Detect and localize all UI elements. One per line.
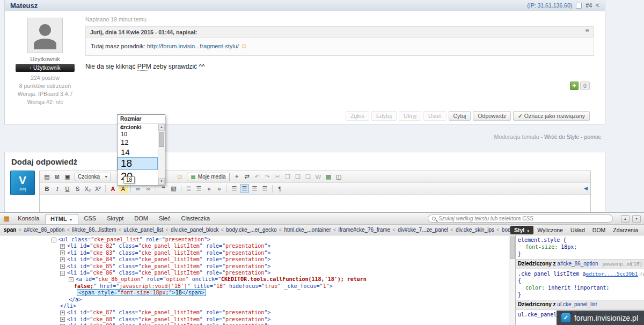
tree-scrollbar-thumb[interactable] (510, 237, 515, 259)
breadcrumb-node-1[interactable]: a#cke_86_option (22, 226, 66, 233)
tree-line-4[interactable]: +<li id="cke_85" class="cke_panel_listIt… (0, 263, 509, 270)
bold-icon[interactable]: B (42, 184, 52, 193)
paste-word-icon[interactable]: W (314, 172, 323, 181)
devtools-tab-css[interactable]: CSS (79, 214, 101, 223)
share-icon[interactable]: < (596, 2, 599, 9)
align-right-icon[interactable]: ☰ (250, 184, 259, 193)
moderation-menu[interactable]: Moderacja tematu (494, 134, 539, 140)
emoticon-icon[interactable]: ☺ (175, 172, 184, 181)
css-file-link[interactable]: editor....5cc39b1 (586, 271, 638, 278)
indent-icon[interactable]: » (215, 184, 224, 193)
preview-icon[interactable]: ◫ (334, 172, 343, 181)
find-icon[interactable]: ⌖ (232, 172, 241, 181)
spoiler-icon[interactable]: ▧ (169, 184, 178, 193)
css-property-color[interactable]: color: inherit !important; (518, 285, 642, 292)
font-size-option-10[interactable]: 10 (118, 130, 158, 138)
side-tab-zdarzenia[interactable]: Zdarzenia (609, 226, 642, 234)
side-tab-układ[interactable]: Układ (567, 226, 589, 234)
panel-up-button[interactable]: ▲ (621, 215, 630, 223)
dropdown-scrollbar[interactable]: ▲ ▼ (158, 124, 165, 185)
devtools-tab-sieć[interactable]: Sieć (154, 214, 175, 223)
post-action-0[interactable]: Cytuj (449, 111, 471, 121)
tree-line-5[interactable]: -<li id="cke_86" class="cke_panel_listIt… (0, 270, 509, 276)
tree-line-11[interactable]: +<li id="cke_87" class="cke_panel_listIt… (0, 309, 509, 316)
scrollbar-thumb[interactable] (159, 132, 164, 147)
quote-link[interactable]: http://forum.invisio...fragment-stylu/ (147, 43, 239, 49)
justify-icon[interactable]: ☰ (260, 184, 269, 193)
breadcrumb-node-9[interactable]: div.cke_skin_ips (454, 226, 496, 233)
panel-down-button[interactable]: ▼ (632, 215, 641, 223)
breadcrumb-node-3[interactable]: ul.cke_panel_list (122, 226, 165, 233)
post-action-muted-0[interactable]: Zgłoś (346, 111, 369, 121)
tree-line-3[interactable]: +<li id="cke_84" class="cke_panel_listIt… (0, 256, 509, 263)
editor-text-area[interactable] (40, 195, 590, 212)
redo-icon[interactable]: ↷ (263, 172, 272, 181)
tree-line-2[interactable]: +<li id="cke_83" class="cke_panel_listIt… (0, 250, 509, 256)
tree-expander[interactable]: + (60, 311, 65, 315)
tree-expander[interactable]: + (60, 244, 65, 249)
outdent-icon[interactable]: « (204, 184, 214, 193)
inherited-from-link[interactable]: ul.cke_panel_list (557, 301, 597, 308)
acronym-ppm[interactable]: PPM (137, 63, 151, 71)
tree-expander[interactable]: + (60, 257, 65, 262)
breadcrumb-node-6[interactable]: html.cke_...ontainer (282, 226, 332, 233)
image-icon[interactable]: ▩ (324, 172, 333, 181)
align-center-icon[interactable]: ☰ (240, 184, 249, 193)
bullet-list-icon[interactable]: ☰ (194, 184, 203, 193)
rep-up-button[interactable]: + (570, 82, 579, 90)
font-size-option-8[interactable]: 8 (118, 124, 158, 130)
text-color-icon[interactable]: A (108, 184, 118, 193)
devtools-search-input[interactable] (438, 216, 609, 221)
tree-line-12[interactable]: +<li id="cke_88" class="cke_panel_listIt… (0, 316, 509, 323)
devtools-tab-dom[interactable]: DOM (129, 214, 153, 223)
devtools-tab-ciasteczka[interactable]: Ciasteczka (176, 214, 215, 223)
align-left-icon[interactable]: ☰ (230, 184, 239, 193)
post-select-checkbox[interactable] (576, 3, 582, 9)
post-action-muted-1[interactable]: Edytuj (371, 111, 397, 121)
scroll-up-icon[interactable]: ▲ (158, 124, 165, 131)
replace-icon[interactable]: ⇄ (243, 172, 252, 181)
tree-expander[interactable]: + (60, 250, 65, 255)
underline-icon[interactable]: U (63, 184, 72, 193)
post-action-1[interactable]: Odpowiedz (473, 111, 511, 121)
side-tab-styl[interactable]: Styl▼ (510, 226, 533, 234)
post-action-muted-3[interactable]: Usuń (423, 111, 447, 121)
scroll-down-icon[interactable]: ▼ (158, 178, 165, 185)
side-tab-wyliczone[interactable]: Wyliczone (533, 226, 567, 234)
cut-icon[interactable]: ✂ (273, 172, 282, 181)
tree-expander[interactable]: + (60, 264, 65, 269)
strike-icon[interactable]: S (73, 184, 82, 193)
back-to-forum-link[interactable]: Wróć do Style - pomoc (544, 134, 601, 140)
undo-icon[interactable]: ↶ (253, 172, 262, 181)
post-action-muted-2[interactable]: Ukryj (399, 111, 421, 121)
remove-format-icon[interactable]: ⊠ (53, 172, 62, 181)
css-rule-selector-0[interactable]: element.style { (518, 237, 642, 244)
css-property-font-size[interactable]: font-size: 18px; (518, 244, 642, 251)
my-media-button[interactable]: ▦ Moje media (187, 173, 229, 181)
tree-line-8[interactable]: <span style="font-size:18px;">18</span> (0, 290, 509, 296)
inherited-from-link[interactable]: a#cke_86_option (557, 261, 598, 268)
tree-expander[interactable]: - (60, 271, 65, 276)
tree-line-1[interactable]: +<li id="cke_82" class="cke_panel_listIt… (0, 243, 509, 249)
post-ip[interactable]: (IP: 31.61.136.60) (527, 2, 572, 9)
breadcrumb-node-4[interactable]: div.cke_panel_block (169, 226, 220, 233)
tree-line-7[interactable]: false;" href="javascript:void('18')" tit… (0, 283, 509, 290)
devtools-tab-html[interactable]: HTML▼ (45, 214, 78, 224)
highlighted-node[interactable]: <span style="font-size:18px;">18</span> (77, 290, 206, 296)
breadcrumb-node-5[interactable]: body.cke_...er_gecko (224, 226, 278, 233)
italic-icon[interactable]: I (53, 184, 62, 193)
side-tab-dom[interactable]: DOM (589, 226, 610, 234)
breadcrumb-node-8[interactable]: div#cke_7...ze_panel (396, 226, 450, 233)
tree-line-6[interactable]: -<a id="cke_86_option" role="option" onc… (0, 276, 509, 283)
toolbar-collapse-icon[interactable]: ◀ (584, 186, 588, 191)
font-size-option-18[interactable]: 18 (118, 157, 158, 170)
breadcrumb-node-2[interactable]: li#cke_86...listItem (70, 226, 118, 233)
tree-expander[interactable]: + (60, 317, 65, 322)
tree-line-10[interactable]: </li> (0, 303, 509, 309)
superscript-icon[interactable]: X² (93, 184, 103, 193)
ordered-list-icon[interactable]: ≣ (184, 184, 193, 193)
firebug-icon[interactable]: ▦ (3, 215, 10, 223)
post-author-link[interactable]: Mateusz (10, 2, 38, 10)
print-icon[interactable]: ▣ (63, 172, 72, 181)
tree-scrollbar[interactable] (509, 235, 515, 325)
